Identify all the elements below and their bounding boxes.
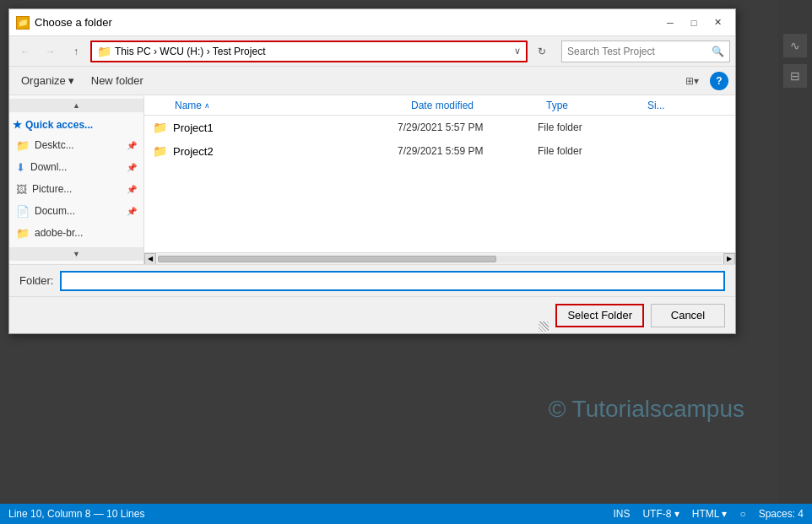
table-row[interactable]: 📁 Project2 7/29/2021 5:59 PM File folder [144,139,735,163]
titlebar-controls: ─ □ ✕ [659,14,728,32]
col-header-size[interactable]: Si... [641,95,735,115]
sidebar-item-adobe[interactable]: 📁 adobe-br... [9,222,143,244]
quick-access-header: ★ Quick acces... [9,116,143,134]
dialog-choose-folder: 📁 Choose a folder ─ □ ✕ ← → ↑ 📁 This PC … [8,8,736,334]
breadcrumb-bar[interactable]: 📁 This PC › WCU (H:) › Test Project ∨ [90,41,528,62]
breadcrumb-chevron-icon: ∨ [514,46,521,57]
col-header-name[interactable]: Name ∧ [168,95,404,115]
breadcrumb-path: This PC › WCU (H:) › Test Project [115,46,511,57]
table-row[interactable]: 📁 Project1 7/29/2021 5:57 PM File folder [144,116,735,139]
status-spaces: Spaces: 4 [759,508,804,520]
file-type-project1: File folder [538,122,639,133]
file-date-project1: 7/29/2021 5:57 PM [398,122,533,133]
dialog-titlebar: 📁 Choose a folder ─ □ ✕ [9,9,735,36]
horizontal-scrollbar[interactable]: ◀ ▶ [144,252,735,264]
sidebar-scroll-down[interactable]: ▼ [9,247,143,261]
refresh-button[interactable]: ↻ [531,41,553,62]
search-bar: 🔍 [561,41,730,62]
status-ins: INS [613,508,630,520]
cancel-button[interactable]: Cancel [651,304,725,327]
folder-label: Folder: [19,274,53,287]
pictures-icon: 🖼 [16,183,27,196]
search-input[interactable] [567,46,708,57]
folder-icon-project1: 📁 [151,121,168,134]
file-type-project2: File folder [538,145,639,157]
status-position: Line 10, Column 8 — 10 Lines [8,508,144,520]
documents-icon: 📄 [16,205,30,218]
status-language[interactable]: HTML ▾ [692,508,728,520]
navigation-bar: ← → ↑ 📁 This PC › WCU (H:) › Test Projec… [9,36,735,67]
sidebar-scroll-up[interactable]: ▲ [9,99,143,112]
statusbar-right: INS UTF-8 ▾ HTML ▾ ○ Spaces: 4 [613,508,804,520]
file-name-project2: Project2 [173,145,392,158]
minimize-button[interactable]: ─ [659,14,681,32]
new-folder-button[interactable]: New folder [86,73,149,89]
back-button[interactable]: ← [14,41,36,62]
scrollbar-thumb[interactable] [158,256,496,262]
file-rows: 📁 Project1 7/29/2021 5:57 PM File folder… [144,116,735,252]
adobe-folder-icon: 📁 [16,227,30,240]
status-bar: Line 10, Column 8 — 10 Lines INS UTF-8 ▾… [0,504,812,524]
view-button[interactable]: ⊞ ▾ [681,72,703,90]
scrollbar-track[interactable] [158,256,722,262]
maximize-button[interactable]: □ [683,14,705,32]
status-circle: ○ [739,508,745,520]
help-button[interactable]: ? [710,72,728,90]
file-date-project2: 7/29/2021 5:59 PM [398,145,533,157]
close-button[interactable]: ✕ [706,14,728,32]
up-button[interactable]: ↑ [65,41,87,62]
star-icon: ★ [13,119,22,131]
dialog-overlay: 📁 Choose a folder ─ □ ✕ ← → ↑ 📁 This PC … [0,0,812,504]
sidebar-item-documents[interactable]: 📄 Docum... 📌 [9,200,143,222]
dialog-content: ▲ ★ Quick acces... 📁 Desktc... 📌 ⬇ Downl… [9,95,735,264]
sidebar-item-pictures[interactable]: 🖼 Picture... 📌 [9,178,143,200]
quick-access-section: ★ Quick acces... 📁 Desktc... 📌 ⬇ Downl..… [9,112,143,247]
col-header-type[interactable]: Type [539,95,641,115]
select-folder-button[interactable]: Select Folder [555,304,644,327]
search-icon: 🔍 [712,46,724,57]
breadcrumb-folder-icon: 📁 [97,45,111,58]
folder-input[interactable] [60,271,725,291]
sidebar-item-desktop[interactable]: 📁 Desktc... 📌 [9,134,143,156]
resize-handle [539,321,549,332]
file-list: Name ∧ Date modified Type Si... [144,95,735,264]
desktop-folder-icon: 📁 [16,139,30,152]
file-list-header: Name ∧ Date modified Type Si... [144,95,735,116]
toolbar: Organize ▾ New folder ⊞ ▾ ? [9,67,735,95]
scrollbar-left-arrow[interactable]: ◀ [144,253,156,265]
scrollbar-right-arrow[interactable]: ▶ [723,253,735,265]
status-encoding[interactable]: UTF-8 ▾ [642,508,679,520]
downloads-icon: ⬇ [16,161,25,174]
pin-icon-documents: 📌 [127,207,137,216]
sidebar: ▲ ★ Quick acces... 📁 Desktc... 📌 ⬇ Downl… [9,95,144,264]
file-name-project1: Project1 [173,122,392,134]
dialog-app-icon: 📁 [16,16,30,30]
dialog-title: Choose a folder [35,16,654,29]
pin-icon-downloads: 📌 [127,163,137,172]
folder-bar: Folder: [9,264,735,296]
sidebar-item-downloads[interactable]: ⬇ Downl... 📌 [9,156,143,178]
organize-button[interactable]: Organize ▾ [16,73,79,89]
dialog-actions: Select Folder Cancel [9,296,735,333]
pin-icon-pictures: 📌 [127,185,137,194]
pin-icon-desktop: 📌 [127,141,137,150]
forward-button[interactable]: → [40,41,62,62]
col-header-date[interactable]: Date modified [404,95,539,115]
folder-icon-project2: 📁 [151,144,168,158]
sort-arrow-icon: ∧ [204,101,210,110]
